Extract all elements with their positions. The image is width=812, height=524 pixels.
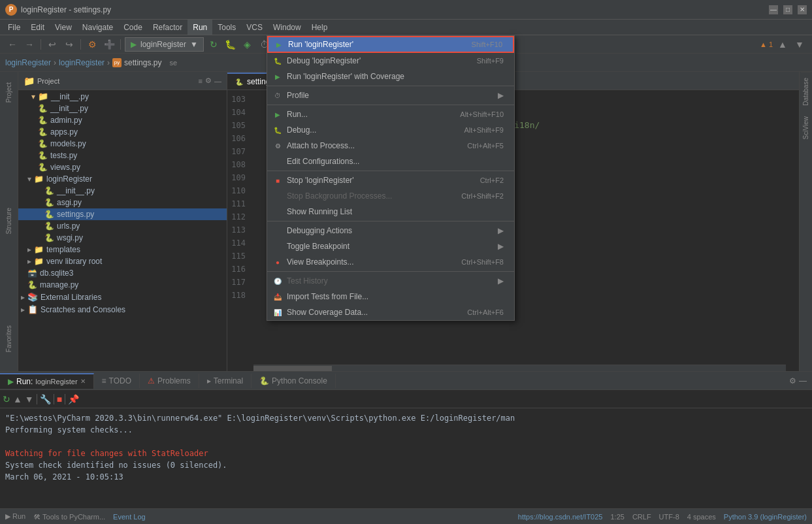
run-tab[interactable]: ▶ Run: loginRegister ✕: [0, 373, 94, 389]
window-controls: — □ ✕: [769, 5, 807, 14]
menu-edit[interactable]: Edit: [25, 20, 50, 35]
tree-models-py[interactable]: 🐍 models.py: [18, 138, 227, 150]
run-config-icon: ▶: [131, 40, 137, 49]
pin-button[interactable]: 📌: [68, 394, 79, 404]
build-button[interactable]: ⚙: [85, 37, 99, 52]
toggle-bp-item[interactable]: Toggle Breakpoint ▶: [267, 238, 514, 254]
problems-tab[interactable]: ⚠ Problems: [140, 374, 199, 388]
breadcrumb-folder[interactable]: loginRegister: [59, 58, 105, 67]
run-status-icon[interactable]: ▶ Run: [5, 512, 25, 521]
debug-loginregister-item[interactable]: 🐛 Debug 'loginRegister' Shift+F9: [267, 53, 514, 69]
breadcrumb-sep-2: ›: [107, 58, 110, 67]
separator-5: [267, 271, 514, 272]
stop-output-button[interactable]: ■: [57, 394, 62, 404]
tree-apps-py[interactable]: 🐍 apps.py: [18, 126, 227, 138]
edit-config-item[interactable]: Edit Configurations...: [267, 154, 514, 169]
down-button[interactable]: ▼: [25, 394, 34, 404]
show-running-item[interactable]: Show Running List: [267, 204, 514, 220]
database-panel-label[interactable]: Database: [801, 72, 811, 111]
attach-item[interactable]: ⚙ Attach to Process... Ctrl+Alt+F5: [267, 138, 514, 154]
tree-venv[interactable]: ▸ 📁 venv library root: [18, 255, 227, 267]
status-crlf[interactable]: CRLF: [632, 513, 651, 521]
tree-expand-icon[interactable]: ≡: [199, 77, 203, 85]
stop-bg-item: Stop Background Processes... Ctrl+Shift+…: [267, 188, 514, 204]
python-console-tab[interactable]: 🐍 Python Console: [252, 374, 336, 388]
menu-refactor[interactable]: Refactor: [148, 20, 187, 35]
forward-button[interactable]: →: [22, 37, 37, 52]
breadcrumb-root[interactable]: loginRegister: [5, 58, 51, 67]
tree-wsgi[interactable]: 🐍 wsgi.py: [18, 232, 227, 244]
minimize-button[interactable]: —: [769, 5, 778, 14]
wrench-button[interactable]: 🔧: [40, 394, 51, 404]
py-icon-models: 🐍: [38, 139, 48, 148]
coverage-run-button[interactable]: ◈: [240, 37, 255, 52]
menu-navigate[interactable]: Navigate: [77, 20, 118, 35]
tree-manage[interactable]: 🐍 manage.py: [18, 279, 227, 291]
menu-view[interactable]: View: [50, 20, 77, 35]
refresh-button[interactable]: ↻: [206, 37, 221, 52]
tree-admin-py[interactable]: 🐍 admin.py: [18, 114, 227, 126]
tree-init-py[interactable]: 🐍 __init__.py: [18, 103, 227, 114]
toolbar-sep-3: [120, 39, 121, 50]
prev-warning-button[interactable]: ▲: [775, 37, 790, 52]
todo-tab[interactable]: ≡ TODO: [94, 374, 140, 388]
tree-loginregister-folder[interactable]: ▾ 📁 loginRegister: [18, 173, 227, 185]
next-warning-button[interactable]: ▼: [792, 37, 807, 52]
maximize-button[interactable]: □: [783, 5, 792, 14]
status-encoding[interactable]: UTF-8: [659, 513, 679, 521]
tree-views-py[interactable]: 🐍 views.py: [18, 161, 227, 173]
undo-button[interactable]: ↩: [45, 37, 59, 52]
menu-vcs[interactable]: VCS: [241, 20, 268, 35]
tree-lr-init[interactable]: 🐍 __init__.py: [18, 185, 227, 197]
status-url: https://blog.csdn.net/IT025: [518, 513, 603, 521]
import-tests-item[interactable]: 📥 Import Tests from File...: [267, 289, 514, 304]
sciview-panel-label[interactable]: SciView: [801, 111, 811, 144]
tree-settings[interactable]: 🐍 settings.py: [18, 208, 227, 220]
run-item[interactable]: ▶ Run... Alt+Shift+F10: [267, 106, 514, 122]
menu-code[interactable]: Code: [118, 20, 148, 35]
tree-urls[interactable]: 🐍 urls.py: [18, 220, 227, 232]
run-tab-close[interactable]: ✕: [80, 378, 86, 385]
tree-asgi[interactable]: 🐍 asgi.py: [18, 197, 227, 208]
settings-icon-bottom[interactable]: ⚙: [789, 376, 796, 385]
rerun-button[interactable]: ↻: [3, 394, 10, 404]
tree-tests-py[interactable]: 🐍 tests.py: [18, 150, 227, 161]
add-config-button[interactable]: ➕: [102, 37, 116, 52]
view-bp-item[interactable]: ● View Breakpoints... Ctrl+Shift+F8: [267, 254, 514, 270]
tree-templates[interactable]: ▸ 📁 templates: [18, 244, 227, 255]
run-coverage-item[interactable]: ▶ Run 'loginRegister' with Coverage: [267, 69, 514, 84]
up-button[interactable]: ▲: [13, 394, 22, 404]
menu-window[interactable]: Window: [268, 20, 306, 35]
terminal-tab[interactable]: ▸ Terminal: [199, 374, 252, 388]
status-python[interactable]: Python 3.9 (loginRegister): [724, 513, 807, 521]
tree-db[interactable]: 🗃️ db.sqlite3: [18, 267, 227, 279]
back-button[interactable]: ←: [5, 37, 20, 52]
debug-run-button[interactable]: 🐛: [223, 37, 238, 52]
tree-settings-icon[interactable]: ⚙: [205, 76, 212, 85]
menu-help[interactable]: Help: [306, 20, 333, 35]
status-indent[interactable]: 4 spaces: [687, 513, 716, 521]
run-config-dropdown[interactable]: ▶ loginRegister ▼: [125, 37, 204, 52]
stop-item[interactable]: ■ Stop 'loginRegister' Ctrl+F2: [267, 172, 514, 188]
structure-label[interactable]: Structure: [5, 203, 12, 240]
close-button[interactable]: ✕: [798, 5, 807, 14]
debug-actions-item[interactable]: Debugging Actions ▶: [267, 223, 514, 238]
favorites-label[interactable]: Favorites: [5, 320, 12, 357]
tree-ext-libs[interactable]: ▸ 📚 External Libraries: [18, 291, 227, 303]
coverage-data-item[interactable]: 📊 Show Coverage Data... Ctrl+Alt+F6: [267, 304, 514, 320]
tree-item[interactable]: ▾ 📁 __init__.py: [18, 90, 227, 103]
minimize-icon-bottom[interactable]: —: [799, 376, 807, 385]
redo-button[interactable]: ↪: [62, 37, 76, 52]
scrollbar-thumb-h[interactable]: [253, 366, 332, 371]
menu-run[interactable]: Run: [187, 20, 212, 35]
run-loginregister-item[interactable]: ▶ Run 'loginRegister' Shift+F10: [267, 36, 514, 53]
menu-tools[interactable]: Tools: [212, 20, 241, 35]
tree-collapse-icon[interactable]: —: [214, 77, 221, 85]
debug-item[interactable]: 🐛 Debug... Alt+Shift+F9: [267, 122, 514, 138]
profile-item[interactable]: ⏱ Profile ▶: [267, 88, 514, 103]
editor-scrollbar-h[interactable]: [253, 365, 786, 371]
menu-file[interactable]: File: [3, 20, 25, 35]
tree-scratches[interactable]: ▸ 📋 Scratches and Consoles: [18, 303, 227, 316]
project-label[interactable]: Project: [5, 77, 12, 108]
event-log-link[interactable]: Event Log: [113, 513, 146, 521]
